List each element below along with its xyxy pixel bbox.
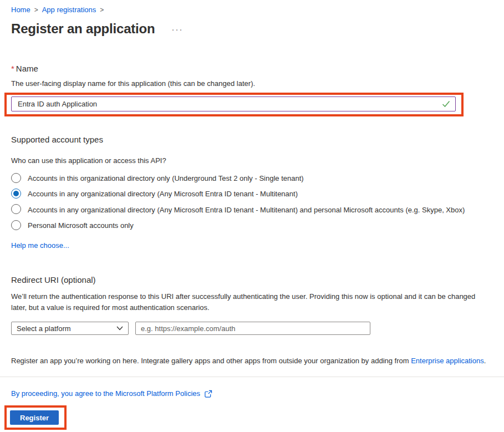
platform-policies-link-text: By proceeding, you agree to the Microsof… — [11, 389, 200, 398]
name-input[interactable] — [11, 96, 456, 111]
name-field-description: The user-facing display name for this ap… — [11, 79, 493, 88]
annotation-box-register: Register — [4, 405, 67, 430]
breadcrumb-separator-icon: > — [100, 6, 104, 14]
platform-select-value: Select a platform — [17, 324, 71, 333]
name-input-field[interactable] — [17, 99, 442, 109]
page-content: Home > App registrations > Register an a… — [0, 0, 504, 430]
checkmark-icon — [442, 100, 450, 108]
radio-option-multitenant-personal[interactable]: Accounts in any organizational directory… — [11, 204, 493, 215]
breadcrumb-home[interactable]: Home — [11, 6, 30, 14]
enterprise-note-text: Register an app you’re working on here. … — [11, 357, 411, 365]
radio-option-label: Personal Microsoft accounts only — [28, 220, 134, 231]
required-asterisk: * — [11, 64, 14, 73]
breadcrumb-app-registrations[interactable]: App registrations — [42, 6, 96, 14]
page-title: Register an application — [11, 21, 155, 37]
breadcrumb: Home > App registrations > — [11, 6, 493, 14]
supported-account-types-heading: Supported account types — [11, 135, 493, 144]
title-row: Register an application ··· — [11, 21, 493, 37]
divider — [0, 377, 504, 377]
radio-option-multitenant[interactable]: Accounts in any organizational directory… — [11, 189, 493, 199]
redirect-uri-heading: Redirect URI (optional) — [11, 275, 493, 284]
radio-icon — [11, 204, 21, 214]
radio-option-personal-only[interactable]: Personal Microsoft accounts only — [11, 220, 493, 231]
redirect-uri-input[interactable] — [135, 322, 370, 335]
redirect-uri-controls: Select a platform — [11, 322, 493, 335]
name-label-text: Name — [16, 64, 38, 73]
radio-icon — [11, 189, 21, 199]
chevron-down-icon — [116, 326, 123, 331]
enterprise-note-suffix: . — [484, 357, 486, 365]
annotation-box-name — [4, 93, 464, 116]
name-field-label: *Name — [11, 64, 493, 73]
platform-policies-link[interactable]: By proceeding, you agree to the Microsof… — [11, 389, 212, 398]
more-menu-icon[interactable]: ··· — [171, 25, 183, 33]
account-types-question: Who can use this application or access t… — [11, 156, 493, 165]
register-button[interactable]: Register — [10, 410, 59, 425]
enterprise-applications-link[interactable]: Enterprise applications — [411, 357, 484, 365]
enterprise-note: Register an app you’re working on here. … — [11, 357, 493, 365]
radio-icon — [11, 173, 21, 183]
help-me-choose-link[interactable]: Help me choose... — [11, 241, 69, 250]
radio-option-label: Accounts in any organizational directory… — [28, 204, 465, 215]
account-types-radio-group: Accounts in this organizational director… — [11, 173, 493, 231]
breadcrumb-separator-icon: > — [34, 6, 38, 14]
radio-icon — [11, 220, 21, 230]
radio-option-label: Accounts in this organizational director… — [28, 173, 304, 184]
external-link-icon — [204, 390, 212, 398]
radio-option-single-tenant[interactable]: Accounts in this organizational director… — [11, 173, 493, 184]
platform-select[interactable]: Select a platform — [11, 322, 129, 335]
redirect-uri-description: We’ll return the authentication response… — [11, 291, 493, 313]
radio-option-label: Accounts in any organizational directory… — [28, 189, 298, 199]
